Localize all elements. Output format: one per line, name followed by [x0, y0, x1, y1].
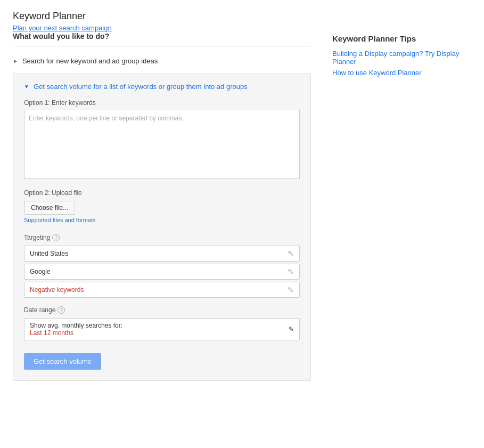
expanded-card-header: ▼ Get search volume for a list of keywor…: [24, 83, 300, 91]
expanded-card: ▼ Get search volume for a list of keywor…: [13, 74, 311, 381]
right-panel: Keyword Planner Tips Building a Display …: [332, 32, 471, 80]
keywords-textarea[interactable]: [24, 110, 300, 179]
date-range-main-text: Show avg. monthly searches for:: [30, 322, 122, 329]
card-title: Get search volume for a list of keywords…: [34, 83, 248, 91]
targeting-label-text: Targeting: [24, 234, 50, 241]
targeting-row-negative-keywords[interactable]: Negative keywords ✎: [24, 282, 300, 298]
section-title: What would you like to do?: [13, 32, 311, 46]
page-title: Keyword Planner: [13, 11, 471, 22]
option2-label: Option 2: Upload file: [24, 189, 300, 197]
left-panel: What would you like to do? ► Search for …: [13, 32, 311, 381]
choose-file-button[interactable]: Choose file...: [24, 201, 75, 215]
targeting-section: Targeting ? United States ✎ Google ✎ Neg…: [24, 234, 300, 298]
tip-link-how-to-use[interactable]: How to use Keyword Planner: [332, 69, 471, 77]
collapsed-option[interactable]: ► Search for new keyword and ad group id…: [13, 52, 311, 70]
date-range-content: Show avg. monthly searches for: Last 12 …: [30, 322, 122, 337]
edit-negative-keywords-icon[interactable]: ✎: [288, 286, 294, 294]
targeting-negative-keywords-text: Negative keywords: [30, 286, 84, 294]
date-range-sub-text: Last 12 months: [30, 329, 122, 337]
option1-label: Option 1: Enter keywords: [24, 99, 300, 107]
triangle-right-icon: ►: [13, 58, 18, 64]
targeting-label: Targeting ?: [24, 234, 300, 241]
date-range-row[interactable]: Show avg. monthly searches for: Last 12 …: [24, 318, 300, 340]
date-range-label-text: Date range: [24, 306, 55, 314]
edit-country-icon[interactable]: ✎: [288, 249, 294, 258]
edit-network-icon[interactable]: ✎: [288, 267, 294, 276]
targeting-network-text: Google: [30, 268, 51, 275]
edit-date-range-icon[interactable]: ✎: [289, 325, 294, 333]
supported-files-link[interactable]: Supported files and formats: [24, 217, 300, 223]
get-search-volume-button[interactable]: Get search volume: [24, 353, 101, 370]
date-range-help-icon[interactable]: ?: [58, 306, 65, 314]
date-range-section: Date range ? Show avg. monthly searches …: [24, 306, 300, 340]
triangle-down-icon: ▼: [24, 84, 29, 89]
date-range-label: Date range ?: [24, 306, 300, 314]
tip-link-display-planner[interactable]: Building a Display campaign? Try Display…: [332, 50, 471, 66]
page-subtitle-link[interactable]: Plan your next search campaign: [13, 24, 112, 32]
collapsed-option-label: Search for new keyword and ad group idea…: [22, 57, 158, 65]
tips-title: Keyword Planner Tips: [332, 34, 471, 43]
targeting-row-network[interactable]: Google ✎: [24, 264, 300, 280]
targeting-row-country[interactable]: United States ✎: [24, 246, 300, 262]
targeting-country-text: United States: [30, 250, 68, 257]
targeting-help-icon[interactable]: ?: [52, 234, 60, 241]
